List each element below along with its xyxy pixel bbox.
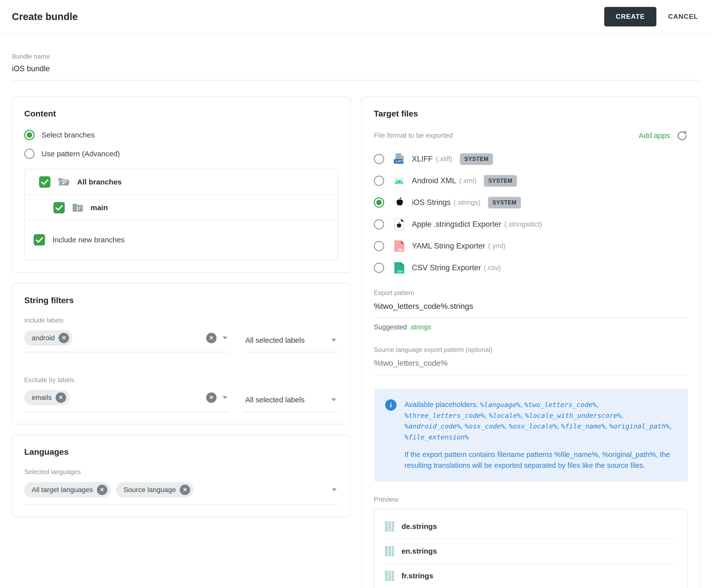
format-name: XLIFF [412,154,433,164]
system-badge: SYSTEM [484,175,517,187]
format-extension: (.yml) [488,242,505,250]
branch-row[interactable]: main [25,195,338,221]
clear-exclude-labels-icon[interactable]: ✕ [206,393,217,403]
refresh-icon[interactable] [676,130,688,141]
format-radio[interactable] [374,219,384,229]
export-pattern-input[interactable] [374,302,688,311]
format-name: Apple .stringsdict Exporter [412,220,501,229]
suggested-extension-link[interactable]: .strings [409,323,431,331]
radio-label: Select branches [42,131,95,139]
string-filters-title: String filters [24,295,338,305]
file-format-row[interactable]: CSVCSV String Exporter(.csv) [374,257,688,279]
format-name: Android XML [412,176,456,185]
remove-chip-icon[interactable]: ✕ [97,485,107,495]
target-files-card: Target files File format to be exported … [362,97,700,588]
format-name: YAML String Exporter [412,241,485,251]
chevron-down-icon [331,398,336,401]
selected-languages-field[interactable]: All target languages✕Source language✕ [24,481,338,505]
format-name: iOS Strings [412,198,451,207]
content-title: Content [24,109,338,119]
format-extension: (.stringsdict) [504,220,542,228]
format-extension: (.xliff) [436,155,452,163]
branch-mode-radio-0[interactable]: Select branches [24,130,338,140]
include-labels-mode-select[interactable]: All selected labels [244,336,338,352]
bundle-name-input[interactable] [12,64,700,73]
branch-mode-radio-1[interactable]: Use pattern (Advanced) [24,149,338,159]
preview-file-name: de.strings [402,522,437,531]
include-labels-field[interactable]: android✕ ✕ [24,330,229,352]
remove-chip-icon[interactable]: ✕ [56,393,66,403]
open-folder-branch-icon [58,177,70,187]
branch-checkbox[interactable] [39,176,50,188]
info-icon: i [385,399,396,411]
apple-icon [393,196,406,208]
preview-label: Preview [374,496,688,503]
folder-branch-icon [72,203,84,213]
include-new-branches-checkbox[interactable] [34,234,45,246]
radio-label: Use pattern (Advanced) [42,150,120,158]
svg-text:CSV: CSV [397,270,403,273]
android-icon [393,175,406,186]
label-chip: android✕ [24,330,72,346]
placeholders-info-box: i Available placeholders: %language%, %t… [374,388,688,482]
file-format-row[interactable]: iOS Strings(.strings)SYSTEM [374,192,688,213]
file-format-label: File format to be exported [374,131,453,140]
export-pattern-label: Export pattern [374,289,688,297]
right-column: Target files File format to be exported … [362,97,700,588]
source-pattern-label: Source language export pattern (optional… [374,346,688,354]
radio-unselected-icon[interactable] [24,149,35,159]
string-filters-card: String filters Include labels android✕ ✕… [12,283,350,424]
strings-file-icon [384,545,395,557]
format-radio[interactable] [374,197,384,208]
chevron-down-icon[interactable] [222,396,228,399]
cancel-button[interactable]: CANCEL [668,13,698,21]
preview-file-row: fr.strings [384,564,677,588]
branch-row[interactable]: All branches [25,169,338,195]
branch-name: main [90,204,108,212]
file-format-row[interactable]: Android XML(.xml)SYSTEM [374,170,688,192]
csv-file-icon: CSV [393,262,406,274]
add-apps-link[interactable]: Add apps [639,131,670,140]
selected-languages-label: Selected languages [24,468,338,476]
stringsdict-file-icon [393,218,406,230]
file-format-row[interactable]: YMLYAML String Exporter(.yml) [374,235,688,257]
chevron-down-icon[interactable] [222,337,228,339]
clear-include-labels-icon[interactable]: ✕ [206,333,217,343]
file-format-row[interactable]: XLIFFXLIFF(.xliff)SYSTEM [374,148,688,170]
remove-chip-icon[interactable]: ✕ [59,333,69,343]
chevron-down-icon [331,339,336,342]
file-format-row[interactable]: Apple .stringsdict Exporter(.stringsdict… [374,213,688,235]
include-labels-label: Include labels [24,316,229,324]
yaml-file-icon: YML [393,240,406,252]
exclude-labels-field[interactable]: emails✕ ✕ [24,389,229,412]
exclude-labels-label: Exclude by labels [24,376,229,384]
preview-file-row: de.strings [384,514,677,539]
branch-mode-radios: Select branchesUse pattern (Advanced) [24,130,338,159]
exclude-labels-mode-select[interactable]: All selected labels [244,396,338,412]
bundle-name-label: Bundle name [12,52,700,60]
system-badge: SYSTEM [460,153,493,165]
include-new-branches-row[interactable]: Include new branches [25,221,338,260]
check-icon [34,234,45,246]
radio-selected-icon[interactable] [24,130,35,140]
format-radio[interactable] [374,262,384,273]
source-pattern-input[interactable] [374,359,688,368]
chevron-down-icon[interactable] [332,488,337,491]
languages-title: Languages [24,447,338,457]
include-new-branches-label: Include new branches [52,236,125,244]
format-radio[interactable] [374,241,384,251]
page-title: Create bundle [12,11,78,22]
create-button[interactable]: CREATE [604,7,656,26]
preview-file-name: fr.strings [402,572,433,580]
format-radio[interactable] [374,175,384,186]
include-labels-group: Include labels android✕ ✕ All selected l… [24,316,338,352]
label-chip: All target languages✕ [24,482,111,498]
remove-chip-icon[interactable]: ✕ [180,485,190,495]
format-radio[interactable] [374,154,384,164]
format-name: CSV String Exporter [412,263,481,272]
suggested-label: Suggested [374,323,407,331]
branch-checkbox[interactable] [53,202,65,213]
file-format-list: XLIFFXLIFF(.xliff)SYSTEMAndroid XML(.xml… [374,148,688,279]
preview-file-row: en.strings [384,539,677,564]
preview-file-name: en.strings [402,547,437,555]
